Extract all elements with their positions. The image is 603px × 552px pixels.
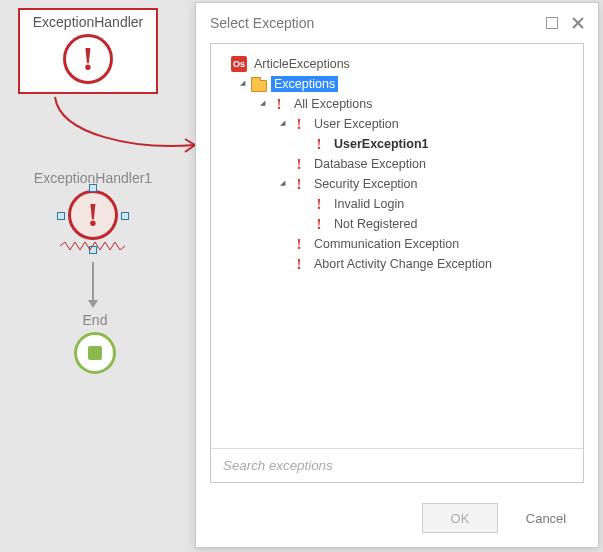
flow-arrow (92, 262, 94, 302)
tree-item-not-registered[interactable]: ! Not Registered (217, 214, 577, 234)
expand-icon[interactable] (257, 100, 267, 108)
tree-label: Communication Exception (311, 236, 462, 252)
node-exception-handler-1[interactable]: ExceptionHandler1 ! (18, 170, 168, 240)
tree-item-all-exceptions[interactable]: ! All Exceptions (217, 94, 577, 114)
tree-item-database-exception[interactable]: ! Database Exception (217, 154, 577, 174)
end-icon (74, 332, 116, 374)
tree-item-invalid-login[interactable]: ! Invalid Login (217, 194, 577, 214)
tree-item-user-exception[interactable]: ! User Exception (217, 114, 577, 134)
exception-type-icon: ! (291, 176, 307, 192)
expand-icon[interactable] (237, 80, 247, 88)
dialog-footer: OK Cancel (196, 493, 598, 547)
tree-item-app[interactable]: Os ArticleExceptions (217, 54, 577, 74)
node-exception-handler[interactable]: ExceptionHandler ! (18, 8, 158, 94)
search-row (211, 448, 583, 482)
dialog-header: Select Exception (196, 3, 598, 39)
tree-label: Abort Activity Change Exception (311, 256, 495, 272)
exception-icon: ! (68, 190, 118, 240)
cancel-button[interactable]: Cancel (508, 503, 584, 533)
folder-icon (251, 76, 267, 92)
tree-item-folder[interactable]: Exceptions (217, 74, 577, 94)
expand-icon[interactable] (277, 180, 287, 188)
pointer-arrow (45, 95, 205, 165)
tree-item-abort-activity-exception[interactable]: ! Abort Activity Change Exception (217, 254, 577, 274)
select-exception-dialog: Select Exception Os ArticleExceptions Ex… (195, 2, 599, 548)
tree-label: Not Registered (331, 216, 420, 232)
node-title: End (50, 312, 140, 328)
tree-label: Database Exception (311, 156, 429, 172)
search-input[interactable] (221, 457, 573, 474)
tree-label: User Exception (311, 116, 402, 132)
exception-icon: ! (63, 34, 113, 84)
close-icon[interactable] (572, 17, 584, 29)
exception-tree[interactable]: Os ArticleExceptions Exceptions ! All Ex… (211, 44, 583, 448)
exception-type-icon: ! (291, 256, 307, 272)
tree-label: UserException1 (331, 136, 431, 152)
node-end[interactable]: End (50, 312, 140, 374)
canvas-area: ExceptionHandler ! ExceptionHandler1 ! E… (0, 0, 190, 552)
tree-label: ArticleExceptions (251, 56, 353, 72)
ok-button[interactable]: OK (422, 503, 498, 533)
tree-item-security-exception[interactable]: ! Security Exception (217, 174, 577, 194)
zigzag-decoration (60, 242, 126, 250)
expand-icon[interactable] (277, 120, 287, 128)
dialog-body: Os ArticleExceptions Exceptions ! All Ex… (210, 43, 584, 483)
exception-type-icon: ! (311, 196, 327, 212)
tree-item-communication-exception[interactable]: ! Communication Exception (217, 234, 577, 254)
tree-label: Invalid Login (331, 196, 407, 212)
app-icon: Os (231, 56, 247, 72)
tree-label: All Exceptions (291, 96, 376, 112)
exception-type-icon: ! (271, 96, 287, 112)
tree-label: Exceptions (271, 76, 338, 92)
exception-type-icon: ! (291, 116, 307, 132)
exception-type-icon: ! (311, 136, 327, 152)
flow-arrow-head (88, 300, 98, 308)
node-title: ExceptionHandler (26, 14, 150, 30)
tree-label: Security Exception (311, 176, 421, 192)
maximize-icon[interactable] (546, 17, 558, 29)
exception-type-icon: ! (291, 236, 307, 252)
tree-item-user-exception-1[interactable]: ! UserException1 (217, 134, 577, 154)
dialog-title: Select Exception (210, 15, 314, 31)
exception-type-icon: ! (311, 216, 327, 232)
exception-type-icon: ! (291, 156, 307, 172)
